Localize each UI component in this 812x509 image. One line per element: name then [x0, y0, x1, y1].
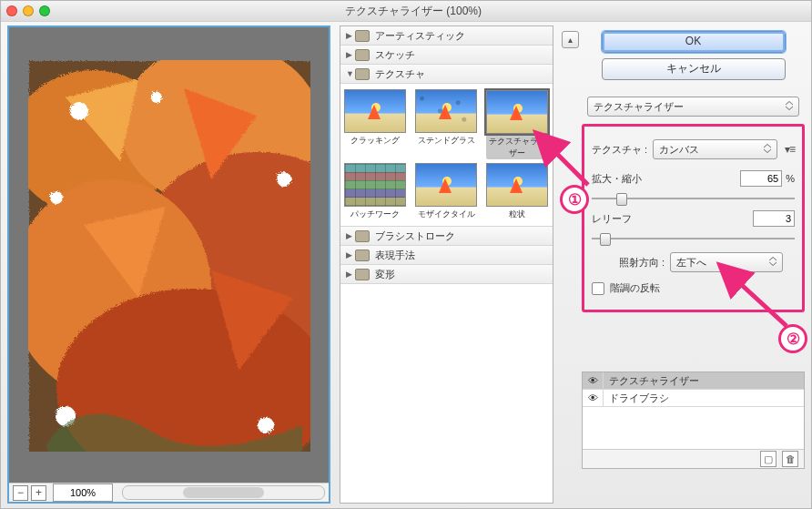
traffic-lights [6, 5, 50, 16]
light-select-value: 左下へ [676, 256, 706, 270]
texture-select-value: カンバス [659, 143, 699, 157]
eye-icon: 👁 [588, 392, 598, 403]
preview-image [28, 60, 310, 452]
zoom-field[interactable] [53, 484, 113, 502]
effect-layers-toolbar: ▢ 🗑 [583, 449, 804, 468]
svg-point-11 [257, 416, 273, 433]
close-icon[interactable] [6, 5, 17, 16]
preview-panel: − + [7, 25, 330, 504]
effect-layer-name: テクスチャライザー [604, 374, 804, 388]
filter-mosaic-tiles[interactable]: モザイクタイル [415, 163, 477, 220]
filter-categories: ▶アーティスティック ▶スケッチ ▼テクスチャ クラッキング ステンドグラス テ… [340, 25, 553, 504]
filter-gallery-window: テクスチャライザー (100%) [0, 0, 812, 509]
annotation-badge-2: ② [778, 324, 807, 353]
thumb-label: 粒状 [509, 209, 525, 219]
category-label: テクスチャ [375, 67, 425, 81]
texture-label: テクスチャ : [592, 143, 647, 157]
minimize-icon[interactable] [23, 5, 34, 16]
trash-icon: 🗑 [786, 453, 796, 464]
scale-slider[interactable] [592, 192, 795, 205]
effect-layer-row[interactable]: 👁 テクスチャライザー [583, 372, 804, 390]
thumb-label: ステンドグラス [418, 136, 475, 145]
light-label: 照射方向 : [619, 256, 665, 270]
filter-craquelure[interactable]: クラッキング [344, 89, 406, 159]
folder-icon [355, 269, 370, 280]
category-label: 変形 [375, 268, 395, 281]
scale-unit: % [786, 173, 795, 184]
invert-checkbox[interactable] [592, 282, 604, 295]
filter-select-value: テクスチャライザー [594, 100, 684, 114]
effect-layers: 👁 テクスチャライザー 👁 ドライブラシ ▢ 🗑 [582, 372, 805, 469]
thumb-label: クラッキング [350, 136, 400, 145]
folder-icon [355, 249, 370, 261]
relief-field[interactable] [753, 210, 795, 227]
folder-icon [355, 49, 370, 61]
svg-point-9 [276, 171, 290, 186]
effect-layer-name: ドライブラシ [604, 392, 804, 405]
scale-label: 拡大・縮小 [592, 172, 642, 186]
category-label: アーティスティック [375, 29, 465, 43]
relief-label: レリーフ [592, 212, 632, 226]
folder-icon [355, 68, 370, 80]
thumb-label: テクスチャライザー [489, 137, 546, 158]
filter-patchwork[interactable]: パッチワーク [344, 163, 406, 220]
controls-panel: ▴ OK キャンセル テクスチャライザー テクスチャ : カンバス ▾≡ 拡大・… [582, 25, 805, 504]
svg-point-7 [49, 190, 62, 203]
filter-texturizer[interactable]: テクスチャライザー [486, 89, 548, 159]
window-title: テクスチャライザー (100%) [57, 4, 806, 19]
category-stylize[interactable]: ▶表現手法 [340, 246, 553, 265]
category-texture[interactable]: ▼テクスチャ [340, 65, 553, 84]
category-sketch[interactable]: ▶スケッチ [340, 46, 553, 65]
preview-scrollbar[interactable] [122, 485, 325, 500]
relief-slider[interactable] [592, 232, 795, 245]
preview-viewport[interactable] [9, 27, 329, 484]
zoom-out-button[interactable]: − [13, 485, 28, 501]
delete-effect-layer-button[interactable]: 🗑 [782, 451, 798, 467]
svg-point-6 [69, 101, 87, 119]
invert-label: 階調の反転 [610, 281, 660, 295]
filter-stained-glass[interactable]: ステンドグラス [415, 89, 477, 159]
category-label: 表現手法 [375, 249, 415, 262]
cancel-button[interactable]: キャンセル [602, 58, 786, 80]
category-brush-strokes[interactable]: ▶ブラシストローク [340, 227, 553, 246]
filter-params: テクスチャ : カンバス ▾≡ 拡大・縮小 % レリーフ 照射方向 : 左下へ [582, 124, 805, 312]
scale-field[interactable] [740, 170, 782, 187]
zoom-icon[interactable] [39, 5, 50, 16]
visibility-toggle[interactable]: 👁 [583, 390, 604, 406]
effect-layer-row[interactable]: 👁 ドライブラシ [583, 390, 804, 407]
collapse-button[interactable]: ▴ [562, 31, 579, 48]
svg-point-8 [150, 91, 161, 102]
texture-select[interactable]: カンバス [653, 139, 777, 159]
visibility-toggle[interactable]: 👁 [583, 372, 604, 389]
light-select[interactable]: 左下へ [670, 252, 783, 272]
category-artistic[interactable]: ▶アーティスティック [340, 26, 553, 46]
preview-toolbar: − + [9, 483, 329, 502]
page-icon: ▢ [764, 453, 773, 465]
filter-grain[interactable]: 粒状 [486, 163, 548, 220]
category-label: スケッチ [375, 48, 415, 62]
flyout-menu-icon[interactable]: ▾≡ [777, 143, 795, 156]
titlebar: テクスチャライザー (100%) [1, 1, 811, 22]
folder-icon [355, 230, 370, 242]
zoom-in-button[interactable]: + [31, 485, 46, 501]
thumb-label: モザイクタイル [418, 209, 475, 219]
ok-button[interactable]: OK [602, 31, 786, 53]
thumb-label: パッチワーク [350, 209, 400, 219]
folder-icon [355, 30, 370, 42]
new-effect-layer-button[interactable]: ▢ [760, 451, 776, 467]
texture-thumbnails: クラッキング ステンドグラス テクスチャライザー パッチワーク モザイクタイル … [340, 84, 553, 227]
annotation-badge-1: ① [560, 185, 589, 214]
filter-select[interactable]: テクスチャライザー [587, 97, 799, 117]
category-distort[interactable]: ▶変形 [340, 265, 553, 284]
category-label: ブラシストローク [375, 229, 455, 243]
eye-icon: 👁 [588, 375, 598, 386]
